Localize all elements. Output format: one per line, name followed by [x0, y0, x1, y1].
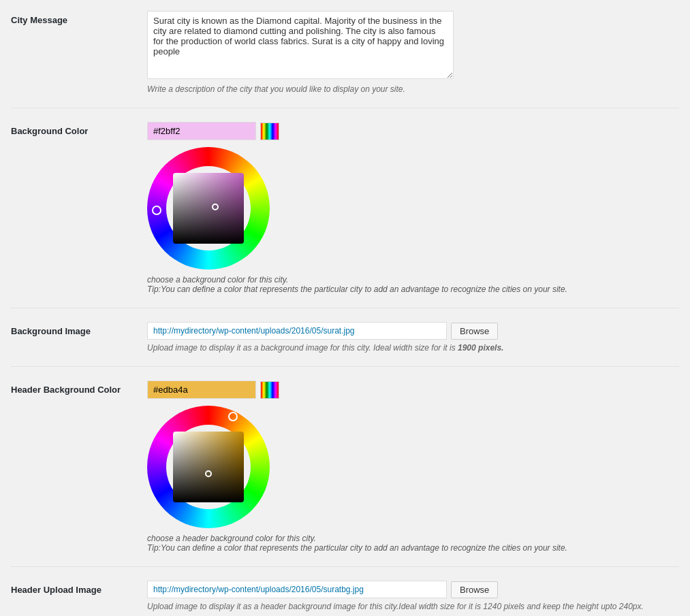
- divider-4: [11, 566, 679, 567]
- city-message-label: City Message: [11, 11, 147, 25]
- city-message-hint: Write a description of the city that you…: [147, 84, 679, 94]
- header-upload-image-field: Browse Upload image to display it as a h…: [147, 581, 679, 611]
- header-upload-image-browse-button[interactable]: Browse: [451, 581, 498, 598]
- background-image-url-row: Browse: [147, 322, 679, 340]
- page-wrapper: City Message Write a description of the …: [0, 0, 690, 616]
- city-message-row: City Message Write a description of the …: [11, 11, 679, 94]
- background-color-text-input[interactable]: [147, 122, 256, 140]
- background-color-hint: choose a background color for this city.…: [147, 275, 679, 294]
- divider-1: [11, 108, 679, 108]
- background-color-row: Background Color: [11, 122, 679, 294]
- divider-2: [11, 308, 679, 308]
- header-color-input-row: [147, 380, 679, 399]
- header-upload-image-row: Header Upload Image Browse Upload image …: [11, 581, 679, 611]
- wheel-pointer-header: [228, 412, 238, 421]
- background-color-label: Background Color: [11, 122, 147, 136]
- background-color-field: choose a background color for this city.…: [147, 122, 679, 294]
- header-background-color-row: Header Background Color choose a header …: [11, 380, 679, 553]
- background-image-label: Background Image: [11, 322, 147, 336]
- background-image-row: Background Image Browse Upload image to …: [11, 322, 679, 353]
- header-background-color-picker: [147, 406, 270, 528]
- header-upload-image-hint: Upload image to display it as a header b…: [147, 602, 679, 611]
- header-background-color-swatch-button[interactable]: [260, 381, 279, 399]
- city-message-input[interactable]: [147, 11, 454, 79]
- background-color-picker: [147, 147, 270, 270]
- background-image-hint: Upload image to display it as a backgrou…: [147, 343, 679, 353]
- wheel-pointer-bg: [152, 206, 161, 215]
- divider-3: [11, 366, 679, 367]
- header-background-color-hint: choose a header background color for thi…: [147, 534, 679, 553]
- header-background-color-label: Header Background Color: [11, 380, 147, 395]
- header-background-color-field: choose a header background color for thi…: [147, 380, 679, 553]
- header-upload-image-url-input[interactable]: [147, 581, 447, 598]
- header-color-wheel[interactable]: [147, 406, 270, 528]
- background-color-wheel[interactable]: [147, 147, 270, 270]
- background-color-square[interactable]: [173, 173, 244, 244]
- header-upload-image-label: Header Upload Image: [11, 581, 147, 595]
- city-message-field: Write a description of the city that you…: [147, 11, 679, 94]
- square-pointer-bg: [212, 204, 219, 210]
- background-image-field: Browse Upload image to display it as a b…: [147, 322, 679, 353]
- square-pointer-header: [205, 470, 212, 477]
- header-color-square[interactable]: [173, 432, 244, 502]
- background-image-url-input[interactable]: [147, 322, 447, 340]
- background-color-input-row: [147, 122, 679, 140]
- header-upload-image-url-row: Browse: [147, 581, 679, 598]
- header-background-color-text-input[interactable]: [147, 380, 256, 399]
- background-color-swatch-button[interactable]: [260, 123, 279, 140]
- background-image-browse-button[interactable]: Browse: [451, 323, 498, 340]
